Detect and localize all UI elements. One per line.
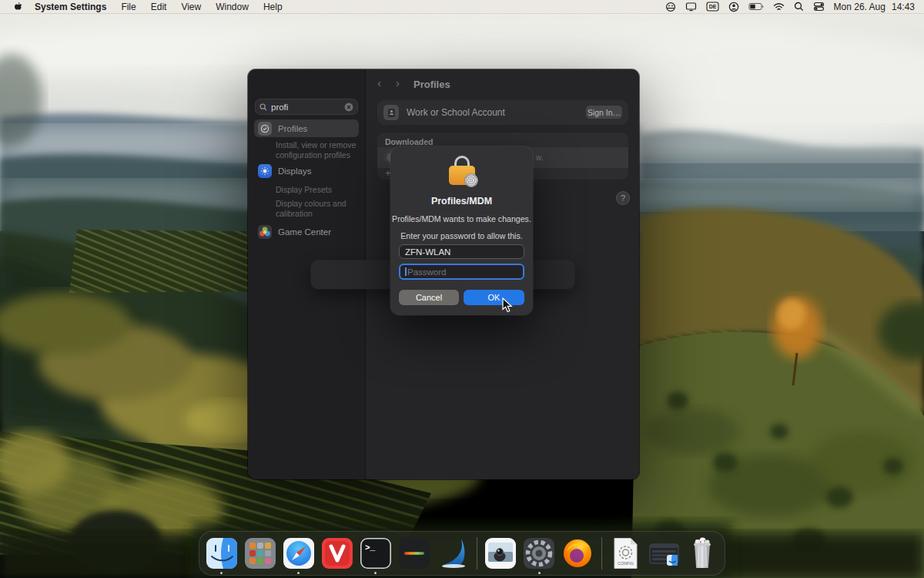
password-field[interactable]: Password — [399, 264, 524, 280]
search-field[interactable]: profi — [255, 99, 358, 115]
menu-help[interactable]: Help — [263, 2, 283, 12]
dock-system-settings[interactable] — [522, 536, 557, 571]
battery-icon[interactable] — [748, 2, 764, 11]
menu-bar: System Settings File Edit View Window He… — [0, 0, 924, 13]
dock-safari[interactable] — [281, 536, 316, 571]
menu-view[interactable]: View — [181, 2, 201, 12]
dock-preview[interactable] — [484, 536, 518, 571]
account-badge-icon — [383, 105, 399, 120]
covered-row-text-fragment: w. — [536, 153, 543, 162]
menu-window[interactable]: Window — [216, 2, 249, 12]
control-center-icon[interactable] — [813, 2, 825, 12]
dialog-title: Profiles/MDM — [390, 196, 533, 207]
forward-chevron[interactable]: › — [396, 76, 400, 89]
lock-body — [449, 166, 475, 185]
password-placeholder: Password — [407, 267, 447, 277]
dock-color-bar-utility[interactable] — [397, 536, 431, 571]
display-icon[interactable] — [685, 2, 697, 12]
clear-search-icon[interactable] — [344, 102, 353, 112]
dock-trash[interactable] — [685, 536, 720, 571]
sidebar-item-display-colours[interactable]: Display colours and calibration — [276, 199, 362, 219]
sidebar-item-game-center[interactable]: Game Center — [258, 225, 331, 239]
circle-app-icon[interactable] — [665, 2, 676, 12]
clock-date: Mon 26. Aug — [834, 2, 886, 12]
clock-time: 14:43 — [892, 2, 915, 12]
sidebar-item-displays[interactable]: Displays — [258, 164, 311, 178]
dock: >_ — [199, 531, 725, 576]
cancel-button[interactable]: Cancel — [399, 290, 459, 305]
pane-title: Profiles — [413, 79, 450, 90]
sidebar-item-profiles-subtitle: Install, view or remove configuration pr… — [276, 140, 362, 160]
username-field[interactable]: ZFN-WLAN — [399, 244, 524, 259]
search-icon — [259, 103, 267, 111]
username-value: ZFN-WLAN — [405, 247, 450, 257]
config-file-label: CONFIG — [618, 561, 634, 566]
back-chevron[interactable]: ‹ — [377, 76, 381, 89]
dock-vivaldi[interactable] — [320, 536, 354, 571]
spotlight-icon[interactable] — [794, 2, 804, 12]
profiles-icon — [258, 122, 272, 136]
mouse-cursor — [502, 297, 513, 313]
displays-icon — [258, 164, 272, 178]
dock-wireshark[interactable] — [435, 536, 470, 571]
dock-launchpad[interactable] — [243, 536, 277, 571]
menu-app-name[interactable]: System Settings — [35, 2, 106, 12]
dialog-prompt: Enter your password to allow this. — [390, 231, 533, 240]
keyboard-layout-badge[interactable]: DE — [706, 2, 719, 12]
dock-finder[interactable] — [204, 536, 239, 571]
help-button[interactable]: ? — [616, 191, 630, 205]
dock-separator — [477, 537, 477, 570]
dock-firefox[interactable] — [561, 536, 595, 571]
auth-dialog: Profiles/MDM Profiles/MDM wants to make … — [390, 146, 533, 315]
menu-edit[interactable]: Edit — [151, 2, 167, 12]
dock-config-profile-file[interactable]: CONFIG — [608, 536, 643, 571]
downloaded-header: Downloaded — [385, 137, 433, 146]
text-caret — [405, 267, 407, 276]
account-row-label: Work or School Account — [407, 107, 505, 118]
fingerprint-badge-icon — [464, 173, 478, 187]
apple-menu-icon[interactable] — [14, 2, 22, 12]
dock-minimized-window[interactable] — [647, 536, 681, 571]
lock-icon — [390, 156, 533, 185]
game-center-icon — [258, 225, 272, 239]
dock-separator — [601, 537, 602, 570]
sidebar-item-profiles[interactable]: Profiles — [254, 119, 359, 137]
svg-text:>_: >_ — [365, 543, 376, 553]
menu-clock[interactable]: Mon 26. Aug 14:43 — [834, 2, 915, 12]
dock-terminal[interactable]: >_ — [358, 536, 393, 571]
ok-button[interactable]: OK — [464, 290, 524, 305]
sidebar-item-display-presets[interactable]: Display Presets — [276, 185, 362, 195]
search-input-value: profi — [271, 102, 344, 112]
keyboard-layout-text: DE — [708, 4, 716, 9]
user-switch-icon[interactable] — [728, 2, 739, 12]
dialog-message: Profiles/MDM wants to make changes. — [390, 214, 533, 223]
menu-file[interactable]: File — [121, 2, 136, 12]
wifi-icon[interactable] — [773, 2, 785, 12]
work-school-account-card[interactable]: Work or School Account Sign In… — [377, 100, 628, 125]
sign-in-button[interactable]: Sign In… — [586, 106, 622, 119]
